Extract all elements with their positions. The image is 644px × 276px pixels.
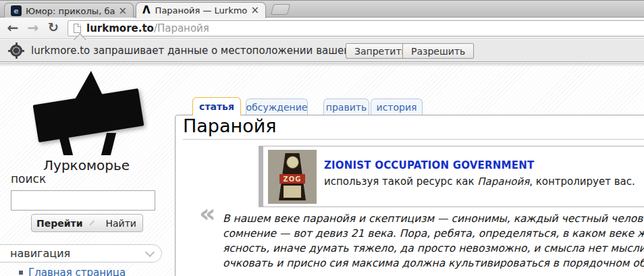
tab-title: Паранойя — Lurkmore [155,5,248,16]
url-domain: lurkmore.to [86,22,154,34]
lurkmore-logo[interactable] [35,71,143,155]
address-bar[interactable]: lurkmore.to/Паранойя [68,20,644,36]
zog-can-image[interactable]: ZOG [268,150,317,204]
tab-edit[interactable]: править [323,99,369,115]
geolocation-infobar: lurkmore.to запрашивает данные о местопо… [0,40,644,62]
forward-button-icon[interactable]: → [24,20,42,36]
quote-guillemet-icon: « [199,200,216,226]
template-left-bar [259,146,263,206]
allow-button[interactable]: Разрешить [402,43,474,59]
tab-close-icon[interactable]: × [118,6,127,16]
humor-site-favicon-icon: e [11,5,22,16]
zog-template-block: ZOG ZIONIST OCCUPATION GOVERNMENT исполь… [259,146,644,207]
find-button[interactable]: Найти [97,218,146,229]
tab-title: Юмор: приколы, баяны, [26,6,115,16]
webpage-viewport: Луркоморье поиск Перейти Найти навигация… [0,63,644,276]
quote-line: сомнение — вот девиз 21 века. Пора, ребя… [223,226,644,241]
go-button[interactable]: Перейти [28,218,90,229]
zog-clock-shape [286,156,299,169]
quote-line: очковать и присно сия максима должна кул… [223,256,644,271]
quote-line: В нашем веке паранойя и скептицизм — син… [223,211,644,226]
navigation-section-header[interactable]: навигация [0,244,162,263]
zog-caption-line: используя такой ресурс как Паранойя, кон… [324,175,635,188]
navigation-heading: навигация [10,247,70,260]
browser-tab-strip: e Юмор: приколы, баяны, × Λ Паранойя — L… [0,0,644,18]
zog-paper-label-shape [284,186,301,198]
site-name: Луркоморье [19,157,154,173]
epigraph-quote: В нашем веке паранойя и скептицизм — син… [223,211,644,271]
tab-article[interactable]: статья [192,97,241,115]
zog-heading-link[interactable]: ZIONIST OCCUPATION GOVERNMENT [324,159,635,171]
quote-line: ясность, иначе думать тяжело, да просто … [223,241,644,256]
zog-caption-suffix: , контролирует вас. [529,175,635,188]
zog-caption-italic: Паранойя [477,175,529,188]
toolbar-shadow [0,63,644,67]
tab-close-icon[interactable]: × [250,5,259,16]
url-path: /Паранойя [154,22,209,34]
sidebar-item-main-page[interactable]: Главная страница [19,267,126,276]
search-input[interactable] [11,190,155,211]
zog-caption-prefix: используя такой ресурс как [324,175,477,188]
page-title: Паранойя [183,116,277,136]
page-document-icon [74,24,81,33]
lurkmore-favicon-icon: Λ [142,5,151,16]
tab-discussion[interactable]: обсуждение [246,99,308,115]
new-tab-button[interactable] [271,4,291,15]
list-bullet-icon [19,271,23,275]
search-button-group: Перейти Найти [31,214,143,232]
main-page-link: Главная страница [28,267,126,276]
zog-caption: ZIONIST OCCUPATION GOVERNMENT используя … [324,159,635,188]
reload-button-icon[interactable]: ↻ [45,20,62,34]
title-underline [183,139,644,140]
zog-label-text: ZOG [279,174,305,184]
logo-censor-bar-shape [33,88,144,142]
browser-tab-lurkmore[interactable]: Λ Паранойя — Lurkmore × [136,2,266,18]
url-text: lurkmore.to/Паранойя [86,22,209,34]
back-button-icon[interactable]: ← [4,20,22,36]
chevron-down-icon [145,248,155,257]
tab-history[interactable]: история [371,99,423,115]
geolocation-icon [8,43,24,59]
browser-tab-humor[interactable]: e Юмор: приколы, баяны, × [4,3,134,18]
browser-toolbar: ← → ↻ lurkmore.to/Паранойя [0,18,644,39]
search-section-heading: поиск [11,172,46,186]
logo-right-leg-shape [101,133,116,155]
